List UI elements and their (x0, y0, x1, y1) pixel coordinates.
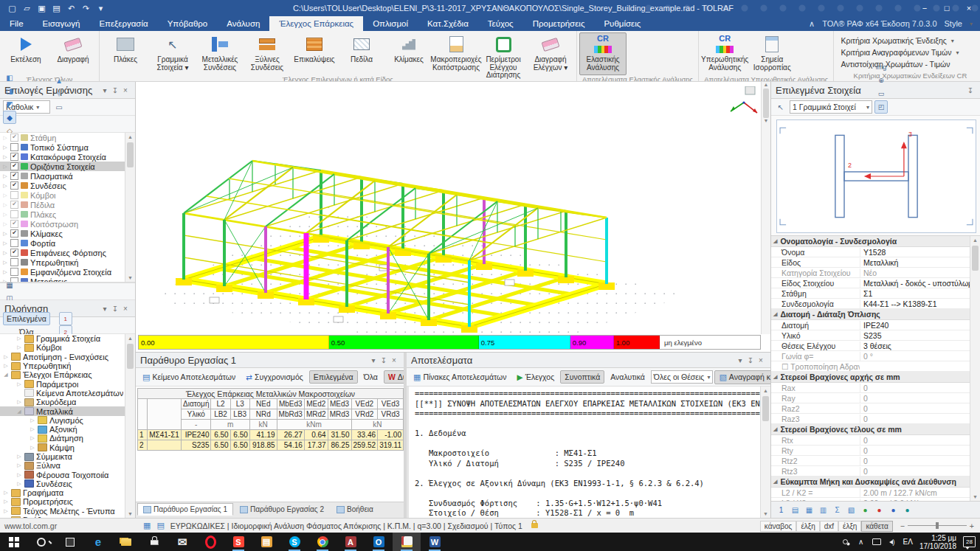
linear-elements-button[interactable]: Γραμμικά Στοιχεία ▾ (149, 32, 196, 75)
nav-tree-item[interactable]: ▷ Αξονική (0, 425, 135, 434)
selection-type-select[interactable]: 1 Γραμμικά Στοιχεί ▾ (790, 100, 872, 114)
visibility-checkbox[interactable] (10, 210, 18, 218)
text-results-button[interactable]: ▤ Κείμενο Αποτελεσμάτων (138, 370, 240, 384)
website-link[interactable]: www.tol.com.gr (0, 521, 137, 530)
twisty-icon[interactable]: ▷ (16, 344, 22, 350)
stairs-button[interactable]: Κλίμακες (385, 32, 432, 75)
property-section-header[interactable]: ◢ Εύκαμπτα Μήκη και Δυσκαμψίες ανά Διεύθ… (771, 477, 980, 488)
panel-menu-icon[interactable]: ▾ (368, 356, 379, 364)
display-tree-item[interactable]: ▷ ✔ Κοιτόστρωση (0, 219, 135, 229)
property-row[interactable]: Διατομή IPE240 (771, 320, 980, 330)
twisty-icon[interactable]: ▷ (3, 508, 9, 514)
property-row[interactable]: ☐ Τροποποίηση Αδρανειακών Με... (771, 361, 980, 372)
panel-menu-icon[interactable]: ▾ (100, 305, 110, 313)
model-viewport[interactable]: ▲▼ 0.00 0.50 0.75 0.90 (136, 82, 770, 353)
criteria-menu-item[interactable]: Αντιστοίχιση Χρωμάτων - Τιμών (836, 58, 980, 70)
status-blue-icon[interactable]: ● (888, 505, 899, 516)
visibility-checkbox[interactable] (10, 143, 18, 151)
summary-button[interactable]: Συνοπτικά (560, 370, 604, 384)
taskbar-task-view[interactable] (56, 533, 84, 551)
snap-toggle[interactable]: κάθετα (861, 521, 892, 532)
table-cell[interactable]: 6.50 (211, 430, 230, 440)
property-row[interactable]: Rtz3 0 (771, 466, 980, 477)
property-row[interactable]: Είδος Στοιχείου Μεταλλική - δοκός - υποσ… (771, 278, 980, 288)
slider-thumb[interactable] (936, 522, 939, 529)
twisty-icon[interactable]: ▷ (3, 517, 9, 518)
undo-icon[interactable]: ↶ (66, 4, 76, 13)
property-row[interactable]: Rty 0 (771, 446, 980, 456)
filter-all-button[interactable]: Όλα (359, 370, 382, 384)
twisty-icon[interactable]: ▷ (30, 426, 35, 432)
display-tree-item[interactable]: ▷ Εμφανιζόμενα Στοιχεία (0, 267, 135, 277)
taskbar-skype[interactable]: S (280, 533, 308, 551)
property-row[interactable]: Γωνία φ= 0 ° (771, 351, 980, 361)
display-tree-item[interactable]: ▷ Πλάκες (0, 209, 135, 219)
visibility-checkbox[interactable] (10, 277, 18, 283)
minimize-button[interactable]: − (914, 0, 936, 16)
property-row[interactable]: Όνομα Υ1528 (771, 247, 980, 257)
notifications-icon[interactable]: 28 (963, 536, 976, 547)
view-top-icon[interactable]: ◨ (3, 84, 16, 97)
zoom-select-icon[interactable]: ▭ (874, 87, 888, 100)
chevron-right-icon[interactable]: ▷ (2, 250, 8, 256)
table-icon[interactable]: ▦ (804, 505, 815, 516)
nav-tree-item[interactable]: ▷ Διάτμηση (0, 434, 135, 443)
worst-case-button[interactable]: W Δυσμενέστερα (384, 370, 404, 384)
property-section-header[interactable]: ◢ Διατομή - Διάταξη Όπλισης (771, 309, 980, 320)
property-section-header[interactable]: ◢ Στερεοί Βραχίονες τέλους σε mm (771, 424, 980, 435)
ribbon-tab[interactable]: Έλεγχος Επάρκειας (269, 16, 363, 31)
filter-selected-button[interactable]: Επιλεγμένα (309, 370, 358, 384)
clock[interactable]: 1:25 μμ 17/10/2018 (919, 534, 956, 550)
twisty-icon[interactable]: ▷ (3, 499, 9, 505)
sync-button[interactable]: ⇄ Συγχρονισμός (241, 370, 308, 384)
new-file-icon[interactable]: ▢ (7, 4, 17, 13)
taskbar-notes-app[interactable]: ▤ (252, 533, 280, 551)
zoom-in-icon[interactable]: + (970, 521, 974, 530)
visibility-checkbox[interactable]: ✔ (10, 172, 18, 180)
chevron-right-icon[interactable]: ▷ (2, 212, 8, 218)
delete-checks-button[interactable]: Διαγραφή (49, 32, 97, 75)
nav-tree-item[interactable]: ▷ Παράμετροι (0, 379, 135, 388)
visibility-checkbox[interactable]: ✔ (10, 229, 18, 238)
table-cell[interactable]: 54.16 (277, 440, 304, 451)
display-tree-item[interactable]: ▷ Υπερωθητική (0, 257, 135, 267)
property-row[interactable]: Είδος Μεταλλική (771, 257, 980, 268)
table-cell[interactable]: 31.50 (328, 430, 351, 440)
property-row[interactable]: Raz3 0 (771, 414, 980, 424)
timber-connections-button[interactable]: Ξύλινες Συνδέσεις (244, 32, 291, 75)
nav-filter-tab[interactable]: Επιλεγμένα (3, 312, 50, 325)
table-cell[interactable]: 17.37 (304, 440, 328, 451)
snap-toggle[interactable]: έλξη (796, 521, 819, 532)
nav-tree-item[interactable]: ▷ Προμετρήσεις (0, 497, 135, 506)
pin-icon[interactable]: ↧ (110, 86, 120, 94)
annotate-button[interactable]: ▧ Αναγραφή και δεδομένων επιλεγ (714, 370, 770, 384)
pick-element-icon[interactable]: ↖ (874, 47, 888, 60)
status-green-icon[interactable]: ● (860, 505, 871, 516)
visibility-checkbox[interactable]: ✔ (10, 201, 18, 209)
table-cell[interactable]: 319.11 (378, 440, 404, 451)
nav-tree-item[interactable]: ▷ Συνδέσεις (0, 479, 135, 488)
property-row[interactable]: Rtx 0 (771, 435, 980, 446)
nav-tree-item[interactable]: ▷ Τεύχος Μελέτης - Έντυπα (0, 507, 135, 516)
view-iso-icon[interactable]: ◧ (3, 71, 16, 84)
twisty-icon[interactable]: ▷ (16, 381, 22, 387)
table-cell[interactable]: IPE240 (182, 430, 211, 440)
scrollbar[interactable]: ▲▼ (970, 236, 980, 501)
chevron-right-icon[interactable]: ▷ (2, 221, 8, 227)
taskbar-opera[interactable] (196, 533, 224, 551)
taskbar-store[interactable] (140, 533, 168, 551)
chevron-right-icon[interactable]: ▷ (2, 260, 8, 266)
display-tree-item[interactable]: ▷ ✔ Οριζόντια Στοιχεία (0, 162, 135, 171)
property-section-header[interactable]: ◢ Στερεοί Βραχίονες αρχής σε mm (771, 372, 980, 383)
people-icon[interactable] (841, 539, 850, 544)
chevron-right-icon[interactable]: ▷ (2, 154, 8, 160)
chevron-right-icon[interactable]: ▷ (2, 231, 8, 237)
property-row[interactable]: Ray 0 (771, 393, 980, 403)
visibility-checkbox[interactable]: ✔ (10, 153, 18, 161)
property-section-header[interactable]: ◢ Ονοματολογία - Συνδεσμολογία (771, 236, 980, 247)
nav-tree-item[interactable]: ▷ Γραμμικά Στοιχεία (0, 334, 135, 343)
nav-tree-item[interactable]: ▷ Γραφήματα (0, 488, 135, 497)
chevron-right-icon[interactable]: ▷ (2, 240, 8, 246)
table-cell[interactable]: 0.64 (304, 430, 328, 440)
ribbon-tab[interactable]: Ανάλυση (217, 16, 269, 31)
